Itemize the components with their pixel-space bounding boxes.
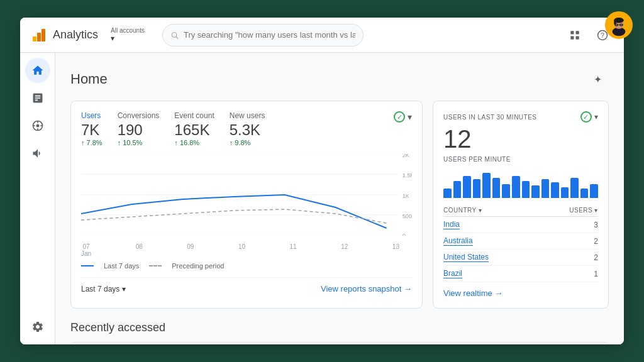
search-bar[interactable] (162, 24, 364, 47)
metric-users-value: 7K (81, 121, 103, 139)
status-check-icon: ✓ (394, 111, 405, 123)
country-name[interactable]: Australia (443, 236, 473, 246)
view-reports-link[interactable]: View reports snapshot → (321, 284, 412, 293)
svg-text:1.5K: 1.5K (402, 172, 412, 178)
bar-11 (541, 179, 550, 198)
metrics-row: Users 7K ↑ 7.8% Conversions 190 ↑ 10.5% … (81, 111, 412, 146)
sidebar (20, 53, 55, 344)
home-icon (31, 64, 44, 77)
country-col-header[interactable]: COUNTRY ▾ (443, 204, 538, 217)
content-area: Home ✦ Users 7K ↑ 7.8% Conversions (55, 53, 624, 344)
grid-button[interactable] (564, 24, 586, 47)
sidebar-item-settings[interactable] (25, 314, 50, 339)
metric-conversions: Conversions 190 ↑ 10.5% (118, 111, 160, 146)
country-row: Australia 2 (443, 233, 598, 250)
search-icon (170, 31, 179, 40)
bar-13 (561, 187, 569, 199)
svg-text:0: 0 (402, 233, 406, 236)
x-label-08: 08 (136, 243, 143, 257)
cards-row: Users 7K ↑ 7.8% Conversions 190 ↑ 10.5% … (70, 101, 609, 309)
avatar-illustration (607, 11, 631, 39)
status-dropdown-icon[interactable]: ▾ (408, 112, 412, 122)
svg-line-4 (176, 36, 178, 38)
metric-status[interactable]: ✓ ▾ (394, 111, 412, 123)
metric-new-users-label: New users (230, 111, 265, 120)
realtime-bar-chart (443, 167, 598, 198)
svg-rect-7 (570, 36, 574, 39)
period-label: Last 7 days (81, 285, 119, 293)
ga-logo-icon (30, 26, 48, 44)
legend-solid-line (81, 265, 94, 266)
sparkle-button[interactable]: ✦ (586, 68, 609, 90)
account-selector[interactable]: All accounts ▾ (111, 27, 145, 43)
realtime-status[interactable]: ✓ ▾ (580, 111, 599, 123)
svg-rect-0 (33, 36, 36, 41)
metric-events-change: ↑ 16.8% (174, 139, 214, 146)
realtime-dropdown-icon: ▾ (594, 112, 599, 121)
country-users: 2 (538, 250, 598, 266)
svg-rect-6 (576, 31, 579, 34)
realtime-count: 12 (443, 125, 598, 153)
metric-users-label: Users (81, 111, 103, 120)
logo-area: Analytics (30, 26, 98, 44)
page-title: Home (70, 71, 108, 87)
sidebar-item-explore[interactable] (25, 113, 50, 138)
recently-empty-state: 🖥 Reports and pages you recently visited… (70, 342, 609, 344)
users-col-header[interactable]: USERS ▾ (538, 204, 598, 217)
country-row: India 3 (443, 217, 598, 233)
bar-2 (453, 181, 462, 199)
country-name[interactable]: India (443, 220, 460, 229)
country-users: 3 (538, 217, 598, 233)
svg-text:500: 500 (402, 213, 412, 219)
view-realtime-row: View realtime → (443, 288, 598, 298)
period-selector[interactable]: Last 7 days ▾ (81, 285, 126, 293)
sidebar-item-advertising[interactable] (25, 141, 50, 166)
x-label-09: 09 (187, 243, 194, 257)
metric-events: Event count 165K ↑ 16.8% (174, 111, 214, 146)
metric-conversions-label: Conversions (118, 111, 160, 120)
bar-10 (531, 185, 540, 198)
user-avatar[interactable] (605, 11, 633, 39)
metric-events-value: 165K (174, 121, 214, 139)
view-realtime-link[interactable]: View realtime → (443, 288, 598, 298)
svg-rect-5 (570, 31, 574, 34)
svg-rect-1 (37, 33, 41, 41)
sidebar-item-reports[interactable] (25, 85, 50, 111)
legend-dashed-label: Preceding period (172, 262, 224, 270)
search-input[interactable] (184, 30, 355, 40)
svg-text:1K: 1K (402, 193, 409, 199)
country-name[interactable]: United States (443, 253, 489, 262)
realtime-card: USERS IN LAST 30 MINUTES ✓ ▾ 12 USERS PE… (433, 101, 609, 309)
realtime-check-icon: ✓ (580, 111, 592, 123)
bar-8 (512, 176, 520, 198)
chart-area: 2K 1.5K 1K 500 0 (81, 154, 412, 236)
x-label-11: 11 (290, 243, 297, 257)
metric-conversions-change: ↑ 10.5% (118, 139, 160, 146)
country-row: United States 2 (443, 250, 598, 266)
bar-6 (492, 178, 501, 199)
sidebar-item-home[interactable] (25, 58, 50, 83)
metric-new-users-change: ↑ 9.8% (230, 139, 265, 146)
country-users: 1 (538, 266, 598, 282)
bar-12 (551, 182, 559, 198)
legend-dashed-line (149, 265, 162, 266)
chart-legend: Last 7 days Preceding period (81, 262, 412, 270)
metrics-card: Users 7K ↑ 7.8% Conversions 190 ↑ 10.5% … (70, 101, 423, 309)
bar-16 (590, 184, 598, 199)
bar-14 (570, 178, 579, 199)
country-table: COUNTRY ▾ USERS ▾ India 3 Australia 2 Un… (443, 204, 598, 282)
app-window: Analytics All accounts ▾ (20, 18, 624, 344)
header: Analytics All accounts ▾ (20, 18, 624, 53)
bar-5 (482, 173, 491, 198)
grid-icon (569, 30, 580, 41)
settings-icon (31, 321, 44, 333)
card-footer: Last 7 days ▾ View reports snapshot → (81, 277, 412, 293)
metric-users: Users 7K ↑ 7.8% (81, 111, 103, 146)
country-name[interactable]: Brazil (443, 269, 462, 278)
per-minute-label: USERS PER MINUTE (443, 156, 598, 163)
country-row: Brazil 1 (443, 266, 598, 282)
legend-solid-label: Last 7 days (104, 262, 139, 270)
metric-conversions-value: 190 (118, 121, 160, 139)
advertising-icon (31, 147, 44, 160)
app-title: Analytics (53, 28, 98, 41)
